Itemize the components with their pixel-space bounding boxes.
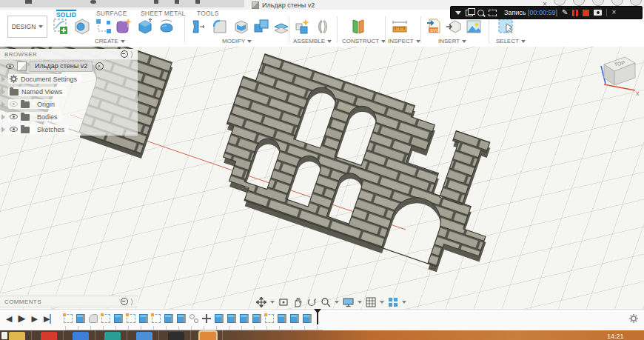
timeline-sketch-icon[interactable] [64,314,73,323]
browser-row-document-settings[interactable]: Document Settings [0,73,138,85]
modify-group-menu[interactable]: MODIFY [222,37,252,45]
panel-collapse-icon[interactable]: ) [131,298,133,305]
joint-icon[interactable] [314,18,332,36]
chevron-down-icon[interactable] [335,301,339,304]
taskbar-app-teal-icon[interactable] [104,332,121,340]
comments-header[interactable]: COMMENTS ) [0,296,138,307]
expand-arrow-icon[interactable] [1,127,5,133]
expand-arrow-icon[interactable] [1,114,5,120]
timeline-extrude-icon[interactable] [114,314,123,323]
play-icon[interactable]: ▶ [18,313,25,324]
annotate-pencil-icon[interactable]: ✎ [562,9,568,16]
collapse-circle-icon[interactable] [121,298,128,305]
tab-sheet-metal[interactable]: SHEET METAL [141,10,185,18]
display-settings-icon[interactable] [343,297,354,307]
look-at-icon[interactable] [278,297,289,307]
insert-group-menu[interactable]: INSERT [438,37,466,45]
screenshot-camera-icon[interactable] [594,10,602,16]
collapse-circle-icon[interactable] [121,50,128,58]
timeline-sketch-icon[interactable] [127,314,135,323]
extensions-icon[interactable] [554,0,566,6]
browser-root-row[interactable]: Ильдар стены v2 [0,60,138,73]
browser-row-bodies[interactable]: Bodies [0,110,138,123]
taskbar-folder-icon[interactable] [9,332,25,340]
construct-plane-icon[interactable] [349,18,367,36]
fillet-icon[interactable] [211,18,229,36]
tab-tools[interactable]: TOOLS [197,10,219,18]
insert-svg-icon[interactable]: SVG [425,18,443,36]
recorder-close-icon[interactable]: × [611,9,616,16]
expand-arrow-icon[interactable] [1,101,5,107]
menu-icon[interactable] [25,0,32,4]
skip-end-icon[interactable]: ▶▏ [44,313,56,324]
create-form-icon[interactable] [115,18,133,36]
pan-hand-icon[interactable] [292,297,303,307]
timeline-extrude-icon[interactable] [278,314,286,323]
step-forward-icon[interactable]: ▶ [31,313,37,324]
timeline-extrude-icon[interactable] [252,314,261,323]
notifications-icon[interactable] [573,0,585,6]
extrude-icon[interactable] [136,18,154,36]
taskbar-camera-app-icon[interactable] [168,332,184,340]
view-cube[interactable]: X TOP [595,50,640,99]
save-icon[interactable] [90,0,96,4]
press-pull-icon[interactable] [189,18,207,36]
panel-collapse-icon[interactable]: ) [131,50,133,58]
revolve-icon[interactable] [158,18,175,36]
step-back-icon[interactable]: ◀ [6,313,12,324]
orbit-pan-icon[interactable] [256,297,266,307]
stop-recording-icon[interactable] [583,10,589,16]
canvas-image-icon[interactable] [465,18,483,36]
assemble-group-menu[interactable]: ASSEMBLE [293,37,332,45]
timeline-move-icon[interactable] [202,314,211,323]
create-sketch-icon[interactable] [52,18,70,36]
zoom-icon[interactable] [321,297,331,307]
chevron-down-icon[interactable] [358,301,362,304]
timeline-extrude-icon[interactable] [76,314,85,323]
timeline-project-icon[interactable] [189,314,198,323]
help-icon[interactable] [611,0,623,6]
timeline-settings-gear-icon[interactable] [629,314,638,323]
timeline-extrude-icon[interactable] [290,314,299,323]
derive-icon[interactable] [95,18,113,36]
recorder-zoom-icon[interactable] [477,10,484,16]
taskbar-browser-red-icon[interactable] [41,332,57,340]
timeline-marker[interactable] [317,313,318,324]
timeline-sketch-icon[interactable] [265,314,274,323]
workspace-switcher[interactable]: DESIGN [7,16,47,38]
select-group-menu[interactable]: SELECT [496,37,526,45]
taskbar-app-blue-icon[interactable] [73,332,89,340]
measure-icon[interactable] [391,18,409,36]
user-avatar[interactable] [630,0,642,6]
eye-icon[interactable] [6,64,14,69]
shell-icon[interactable] [232,18,250,36]
timeline-extrude-icon[interactable] [240,314,249,323]
timeline-fillet-icon[interactable] [89,314,98,323]
browser-root-label[interactable]: Ильдар стены v2 [30,61,93,72]
inspect-group-menu[interactable]: INSPECT [388,37,420,45]
document-tab[interactable]: Ильдар стены v2 [252,0,315,10]
taskbar-fusion-active-icon[interactable] [200,332,216,340]
undo-icon[interactable] [154,0,158,4]
brick-wall-model[interactable] [167,47,522,298]
new-component-icon[interactable] [294,18,312,36]
recorder-menu-icon[interactable] [455,11,461,15]
select-tool-icon[interactable] [497,18,515,36]
recorder-window-icon[interactable] [466,10,473,16]
construct-group-menu[interactable]: CONSTRUCT [342,37,386,45]
orbit-icon[interactable] [306,297,317,307]
create-form-box-icon[interactable] [73,18,91,36]
timeline-extrude-icon[interactable] [303,314,312,323]
quick-access-toolbar[interactable] [0,0,244,7]
timeline-sketch-icon[interactable] [152,314,161,323]
recorder-region-icon[interactable] [489,10,497,16]
activate-component-icon[interactable] [95,62,104,70]
timeline-sketch-icon[interactable] [101,314,110,323]
timeline-extrude-icon[interactable] [227,314,236,323]
timeline-extrude-icon[interactable] [164,314,173,323]
viewports-icon[interactable] [388,297,398,307]
browser-header[interactable]: BROWSER ) [0,49,138,60]
timeline-extrude-icon[interactable] [177,314,186,323]
grid-display-icon[interactable] [366,297,376,307]
toolbar-icon[interactable] [195,0,200,4]
